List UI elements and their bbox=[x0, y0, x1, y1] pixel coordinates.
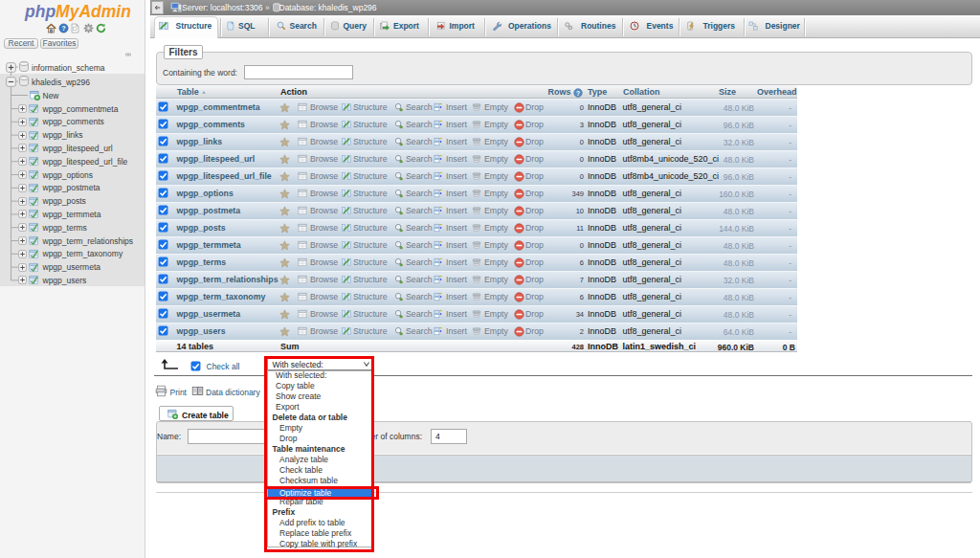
svg-text:?: ? bbox=[576, 89, 580, 96]
